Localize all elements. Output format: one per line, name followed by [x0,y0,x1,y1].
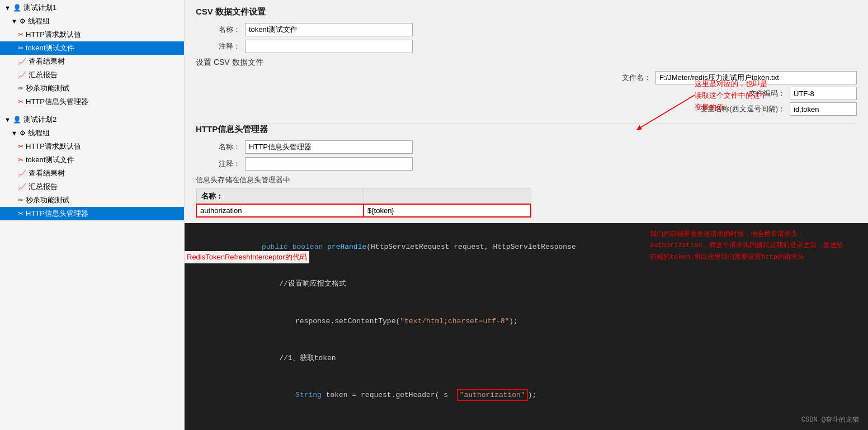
http-comment-input[interactable] [245,157,413,171]
result-icon2: 📈 [18,169,26,177]
test2-label: 秒杀功能测试 [26,195,69,205]
tree-http-default1[interactable]: ✂ HTTP请求默认值 [0,28,184,41]
csv-comment-input[interactable] [245,40,413,53]
tree-section-2: ▼ 👤 测试计划2 ▼ ⚙ 线程组 ✂ HTTP请求默认值 ✂ tokent测试… [0,113,184,220]
tree-section-1: ▼ 👤 测试计划1 ▼ ⚙ 线程组 ✂ HTTP请求默认值 ✂ tokent测试… [0,1,184,108]
http-comment-label: 注释： [196,159,240,169]
result-icon1: 📈 [18,58,26,65]
csv-name-label: 名称： [196,25,240,35]
group1-label: 线程组 [28,16,50,26]
keyword-string: String [295,391,326,399]
redis-label: RedisTokenRefreshInterceptor的代码 [187,253,307,261]
csv-title: CSV 数据文件设置 [196,7,857,17]
http-name-label: 名称： [196,142,240,152]
tree-csv1[interactable]: ✂ tokent测试文件 [0,41,184,55]
code-annot-1: 我们的前端界面发送请求的时候，他会携带请求头： [650,229,846,240]
pencil-icon2: ✏ [18,196,23,204]
keyword-public: public [262,243,293,251]
fn-prehandle: preHandle [327,243,366,251]
httpheader2-label: HTTP信息头管理器 [26,209,88,219]
header-table: 名称： authorization ${token} [196,188,531,218]
tree-report2[interactable]: 📈 汇总报告 [0,180,184,193]
tree-httpheader2[interactable]: ✂ HTTP信息头管理器 [0,207,184,220]
csv2-label: tokent测试文件 [26,155,74,165]
csv-section-title: 设置 CSV 数据文件 [196,58,857,68]
test1-label: 秒杀功能测试 [26,83,69,93]
header-name-cell[interactable]: authorization [196,204,364,217]
scissors-icon4: ✂ [18,143,23,150]
plan1-label: 测试计划1 [23,3,56,13]
sidebar: ▼ 👤 测试计划1 ▼ ⚙ 线程组 ✂ HTTP请求默认值 ✂ tokent测试… [0,0,185,430]
plan-icon: 👤 [13,4,21,12]
http-default1-label: HTTP请求默认值 [26,30,81,40]
svg-line-0 [639,95,695,129]
csv-name-row: 名称： [196,23,857,36]
right-panel: CSV 数据文件设置 名称： 注释： 设置 CSV 数据文件 文件名： [185,0,868,430]
scissors-icon5: ✂ [18,156,23,164]
report-icon1: 📈 [18,71,26,79]
tree-httpheader1[interactable]: ✂ HTTP信息头管理器 [0,95,184,108]
tree-test1[interactable]: ✏ 秒杀功能测试 [0,82,184,95]
tree-result1[interactable]: 📈 查看结果树 [0,55,184,68]
csv-comment-row: 注释： [196,40,857,53]
http-name-row: 名称： [196,140,857,154]
code-line-5: String token = request.getHeader( s "aut… [252,377,859,414]
http-header-panel: HTTP信息头管理器 名称： 注释： 信息头存储在信息头管理器中 名称： [196,124,857,223]
group2-label: 线程组 [28,128,50,138]
http-comment-row: 注释： [196,157,857,171]
arrow-svg [594,84,706,151]
scissors-icon1: ✂ [18,31,23,39]
watermark: CSDN @奋斗的龙猫 [801,414,859,426]
report1-label: 汇总报告 [29,70,58,80]
code-line-3: response.setContentType("text/html;chars… [252,303,859,340]
header-value-cell[interactable]: ${token} [364,204,531,217]
plan2-label: 测试计划2 [23,115,56,125]
group-icon: ⚙ [20,17,26,25]
tree-result2[interactable]: 📈 查看结果树 [0,167,184,180]
tree-item-plan2[interactable]: ▼ 👤 测试计划2 [0,113,184,126]
tree-test2[interactable]: ✏ 秒杀功能测试 [0,193,184,207]
col-name-header: 名称： [196,189,364,205]
code-annot-3: 前端的token.所以这里我们需要设置http的请求头 [650,252,846,263]
code-line-2: //设置响应报文格式 [218,266,859,303]
tree-item-plan1[interactable]: ▼ 👤 测试计划1 [0,1,184,15]
comment-format: //设置响应报文格式 [262,280,346,288]
scissors-icon2: ✂ [18,44,23,52]
group2-icon: ⚙ [20,129,26,137]
tree-http-default2[interactable]: ✂ HTTP请求默认值 [0,140,184,153]
tree-group2[interactable]: ▼ ⚙ 线程组 [0,126,184,140]
authorization-highlight: "authorization" [457,389,528,401]
http-default2-label: HTTP请求默认值 [26,141,81,152]
code-annotation-block: 我们的前端界面发送请求的时候，他会携带请求头： authorization，而这… [650,229,846,263]
annotation-line1: 这里是对应的，也即是 [695,78,851,90]
http-title: HTTP信息头管理器 [196,124,857,135]
plan2-icon: 👤 [13,116,21,124]
result2-label: 查看结果树 [29,168,65,178]
csv-filename-label: 文件名： [584,73,651,83]
string-content-type: "text/html;charset=utf-8" [400,317,509,325]
tree-report1[interactable]: 📈 汇总报告 [0,68,184,82]
annotation-line3: 变量的值 [695,102,851,114]
code-area: RedisTokenRefreshInterceptor的代码 public b… [185,223,868,430]
annotation-line2: 读取这个文件中的这个 [695,90,851,102]
scissors-icon3: ✂ [18,98,23,106]
annotation-block: 这里是对应的，也即是 读取这个文件中的这个 变量的值 [695,78,851,113]
pencil-icon1: ✏ [18,84,23,92]
http-table-desc: 信息头存储在信息头管理器中 [196,175,857,185]
code-line-4: //1、获取token [218,340,859,377]
csv-name-input[interactable] [245,23,413,36]
header-row-1: authorization ${token} [196,204,531,217]
csv-comment-label: 注释： [196,41,240,51]
report-icon2: 📈 [18,183,26,191]
tree-csv2[interactable]: ✂ tokent测试文件 [0,153,184,167]
code-annot-2: authorization，而这个请求头的值就是我们登录之后，发送给 [650,240,846,251]
col-value-header [364,189,531,205]
tree-group1[interactable]: ▼ ⚙ 线程组 [0,15,184,28]
redis-label-block: RedisTokenRefreshInterceptor的代码 [185,251,309,263]
keyword-boolean: boolean [293,243,327,251]
csv1-label: tokent测试文件 [26,43,74,53]
http-name-input[interactable] [245,140,413,154]
scissors-icon6: ✂ [18,210,23,218]
comment-token: //1、获取token [262,354,336,362]
result1-label: 查看结果树 [29,56,65,67]
